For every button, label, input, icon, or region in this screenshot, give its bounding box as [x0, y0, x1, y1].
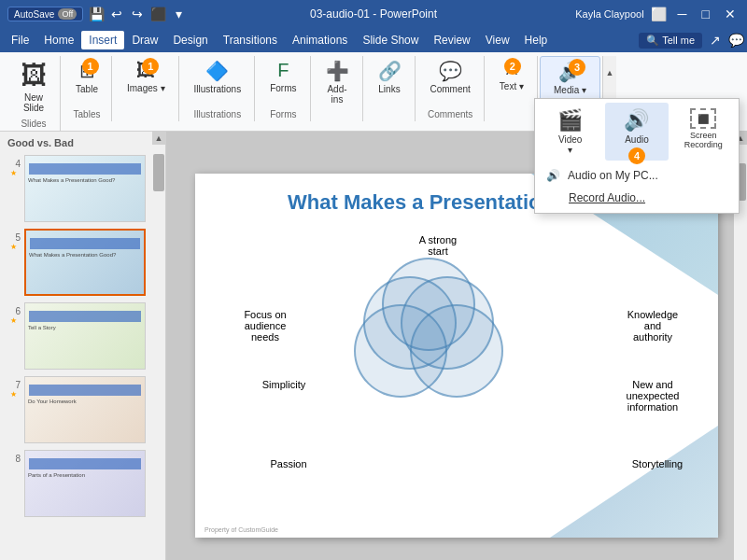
slide-4-thumbnail: What Makes a Presentation Good?: [24, 155, 146, 222]
slides-group-label: Slides: [15, 119, 52, 129]
maximize-button[interactable]: □: [698, 7, 713, 21]
slide-thumb-8[interactable]: 8 ★ Parts of a Presentation: [4, 448, 162, 519]
autosave-label: AutoSave: [14, 9, 54, 20]
menu-view[interactable]: View: [478, 31, 517, 49]
screen-recording-icon: ⬛: [690, 108, 716, 129]
menu-slideshow[interactable]: Slide Show: [355, 31, 426, 49]
minimize-button[interactable]: ─: [674, 7, 691, 21]
tell-me-input[interactable]: 🔍 Tell me: [639, 33, 702, 49]
slide-5-number: 5: [6, 229, 21, 243]
panel-scroll-thumb[interactable]: [153, 154, 164, 191]
video-label: Video: [558, 134, 582, 145]
menu-animations[interactable]: Animations: [285, 31, 355, 49]
slide-7-thumbnail: Do Your Homework: [24, 376, 146, 443]
menu-home[interactable]: Home: [36, 31, 81, 49]
audio-on-pc-item[interactable]: 🔊 Audio on My PC...: [539, 164, 735, 187]
addins-label: Add-ins: [327, 84, 346, 105]
slide-8-content: Parts of a Presentation: [25, 469, 145, 483]
links-button[interactable]: 🔗 Links: [373, 56, 407, 98]
menu-transitions[interactable]: Transitions: [216, 31, 285, 49]
slide-thumb-5[interactable]: 5 ★ What Makes a Presentation Good?: [4, 227, 162, 298]
illustrations-icon: 🔷: [205, 60, 229, 82]
links-label: Links: [378, 84, 400, 94]
label-passion: Passion: [251, 458, 326, 469]
slide-8-thumbnail: Parts of a Presentation: [24, 450, 146, 517]
record-audio-label: Record Audio...: [569, 191, 645, 204]
dropdown-badge: 4: [628, 147, 645, 164]
label-knowledge: Knowledge and authority: [606, 309, 699, 343]
addins-button[interactable]: ➕ Add-ins: [320, 56, 355, 108]
text-label: Text ▾: [500, 81, 524, 91]
ribbon-group-images: 🖼 1 Images ▾: [114, 56, 179, 121]
close-button[interactable]: ✕: [721, 7, 740, 21]
redo-icon[interactable]: ↪: [130, 7, 145, 21]
slide-5-content: What Makes a Presentation Good?: [26, 249, 144, 262]
label-focus: Focus on audience needs: [223, 309, 307, 343]
forms-button[interactable]: F Forms: [264, 56, 302, 97]
images-badge: 1: [142, 58, 159, 75]
comment-icon: 💬: [439, 60, 462, 82]
save-icon[interactable]: 💾: [89, 7, 104, 21]
more-icon[interactable]: ▾: [171, 7, 186, 21]
undo-icon[interactable]: ↩: [109, 7, 124, 21]
images-button[interactable]: 🖼 1 Images ▾: [121, 56, 171, 97]
autosave-toggle[interactable]: Off: [58, 8, 77, 20]
slide-7-number: 7: [6, 376, 21, 390]
panel-scrollbar: ▲ ▼: [152, 132, 165, 560]
slide-7-star: ★: [10, 390, 17, 399]
comment-button[interactable]: 💬 Comment: [425, 56, 476, 98]
slide-thumb-4[interactable]: 4 ★ What Makes a Presentation Good?: [4, 153, 162, 224]
slide-5-title-area: [30, 238, 140, 249]
video-button[interactable]: 🎬 Video ▾: [539, 103, 601, 161]
autosave-badge[interactable]: AutoSave Off: [7, 7, 83, 21]
screen-recording-button[interactable]: ⬛ ScreenRecording: [672, 103, 735, 161]
audio-button[interactable]: 🔊 Audio ▾ 4: [605, 103, 668, 161]
slide-5-thumbnail: What Makes a Presentation Good?: [24, 229, 146, 296]
menu-design[interactable]: Design: [165, 31, 215, 49]
panel-scroll-up[interactable]: ▲: [152, 132, 165, 145]
window-title: 03-audio-01 - PowerPoint: [310, 7, 437, 21]
share-icon[interactable]: ↗: [708, 33, 723, 48]
illustrations-button[interactable]: 🔷 Illustrations: [189, 56, 247, 98]
slide-6-thumbnail: Tell a Story: [24, 302, 146, 370]
images-label: Images ▾: [127, 83, 165, 93]
menu-draw[interactable]: Draw: [124, 31, 165, 49]
table-btn-wrapper: ⊞ 1: [79, 60, 95, 84]
slide-7-content: Do Your Homework: [25, 396, 145, 409]
menu-review[interactable]: Review: [426, 31, 477, 49]
forms-label: Forms: [270, 83, 296, 93]
illustrations-group-label: Illustrations: [189, 109, 247, 119]
menu-file[interactable]: File: [4, 31, 36, 49]
comments-icon[interactable]: 💬: [728, 33, 743, 48]
title-bar-right: Kayla Claypool ⬜ ─ □ ✕: [575, 7, 740, 21]
ribbon-group-addins: ➕ Add-ins: [313, 56, 363, 121]
table-badge: 1: [82, 58, 99, 75]
table-button[interactable]: ⊞ 1 Table: [70, 56, 104, 98]
menu-help[interactable]: Help: [517, 31, 556, 49]
slide-panel: Good vs. Bad 4 ★ What Makes a Presentati…: [0, 132, 166, 560]
slide-4-title-area: [29, 163, 141, 175]
menu-bar: File Home Insert Draw Design Transitions…: [0, 28, 747, 52]
ribbon-scroll-up[interactable]: ▲: [603, 56, 616, 89]
slide-footer: Property of CustomGuide: [204, 526, 278, 533]
slide-4-num-area: 4 ★: [6, 155, 21, 177]
slide-4-content: What Makes a Presentation Good?: [25, 175, 145, 188]
record-audio-item[interactable]: Record Audio...: [539, 187, 735, 209]
media-button[interactable]: 🔊 3 Media ▾: [548, 57, 592, 99]
text-button[interactable]: A 2 Text ▾: [494, 56, 529, 95]
ribbon-group-forms: F Forms Forms: [257, 56, 310, 121]
slide-5-star: ★: [10, 243, 17, 251]
menu-insert[interactable]: Insert: [81, 31, 124, 49]
new-slide-label: NewSlide: [23, 92, 44, 113]
present-icon[interactable]: ⬛: [150, 7, 165, 21]
slide-thumb-7[interactable]: 7 ★ Do Your Homework: [4, 374, 162, 445]
new-slide-button[interactable]: 🖼 NewSlide: [15, 56, 52, 117]
label-storytelling: Storytelling: [615, 458, 699, 469]
slide-6-title-area: [29, 311, 141, 322]
restore-icon[interactable]: ⬜: [652, 7, 667, 21]
slide-thumb-6[interactable]: 6 ★ Tell a Story: [4, 301, 162, 371]
new-slide-icon: 🖼: [21, 60, 47, 91]
audio-pc-label: Audio on My PC...: [568, 169, 658, 182]
ribbon-group-slides: 🖼 NewSlide Slides: [7, 56, 61, 131]
label-simplicity: Simplicity: [242, 379, 326, 390]
